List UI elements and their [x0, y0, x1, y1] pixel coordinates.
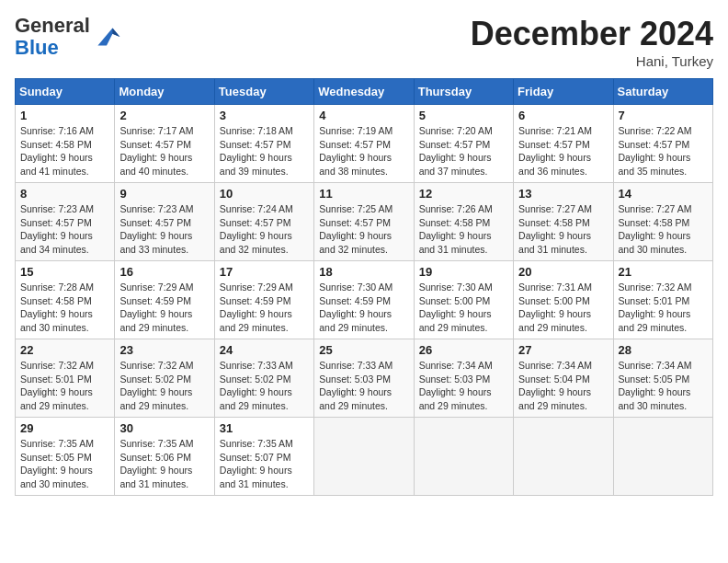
day-info: Sunrise: 7:28 AM Sunset: 4:58 PM Dayligh… — [20, 281, 109, 335]
header-tuesday: Tuesday — [214, 79, 313, 105]
day-number: 4 — [319, 109, 408, 122]
day-number: 19 — [419, 265, 508, 279]
day-info: Sunrise: 7:18 AM Sunset: 4:57 PM Dayligh… — [220, 124, 309, 178]
calendar-day-cell: 19 Sunrise: 7:30 AM Sunset: 5:00 PM Dayl… — [414, 261, 513, 339]
day-number: 9 — [119, 187, 209, 201]
day-info: Sunrise: 7:33 AM Sunset: 5:03 PM Dayligh… — [319, 359, 408, 413]
day-info: Sunrise: 7:33 AM Sunset: 5:02 PM Dayligh… — [220, 359, 309, 413]
day-number: 29 — [20, 421, 109, 435]
day-number: 25 — [319, 343, 408, 357]
calendar-day-cell: 20 Sunrise: 7:31 AM Sunset: 5:00 PM Dayl… — [514, 261, 613, 339]
calendar-day-cell — [314, 418, 414, 496]
calendar-header: Sunday Monday Tuesday Wednesday Thursday… — [16, 79, 713, 105]
calendar-day-cell: 4 Sunrise: 7:19 AM Sunset: 4:57 PM Dayli… — [314, 105, 414, 183]
calendar-day-cell: 11 Sunrise: 7:25 AM Sunset: 4:57 PM Dayl… — [314, 183, 414, 261]
day-number: 3 — [220, 109, 309, 122]
svg-marker-0 — [97, 29, 119, 46]
calendar-day-cell: 14 Sunrise: 7:27 AM Sunset: 4:58 PM Dayl… — [613, 183, 712, 261]
calendar-day-cell: 23 Sunrise: 7:32 AM Sunset: 5:02 PM Dayl… — [115, 339, 214, 418]
calendar-table: Sunday Monday Tuesday Wednesday Thursday… — [15, 78, 713, 496]
day-number: 8 — [20, 187, 109, 201]
header: General Blue December 2024 Hani, Turkey — [15, 15, 713, 69]
page-container: General Blue December 2024 Hani, Turkey … — [15, 15, 713, 496]
calendar-day-cell: 28 Sunrise: 7:34 AM Sunset: 5:05 PM Dayl… — [613, 339, 712, 418]
calendar-week-row: 22 Sunrise: 7:32 AM Sunset: 5:01 PM Dayl… — [16, 339, 713, 418]
day-number: 18 — [319, 265, 408, 279]
calendar-day-cell: 1 Sunrise: 7:16 AM Sunset: 4:58 PM Dayli… — [16, 105, 115, 183]
day-number: 5 — [419, 109, 508, 122]
day-number: 24 — [220, 343, 309, 357]
calendar-body: 1 Sunrise: 7:16 AM Sunset: 4:58 PM Dayli… — [16, 105, 713, 496]
calendar-day-cell: 18 Sunrise: 7:30 AM Sunset: 4:59 PM Dayl… — [314, 261, 414, 339]
logo-text-block: General Blue — [15, 15, 90, 59]
weekday-header-row: Sunday Monday Tuesday Wednesday Thursday… — [16, 79, 713, 105]
calendar-day-cell: 5 Sunrise: 7:20 AM Sunset: 4:57 PM Dayli… — [414, 105, 513, 183]
calendar-day-cell: 17 Sunrise: 7:29 AM Sunset: 4:59 PM Dayl… — [214, 261, 313, 339]
day-info: Sunrise: 7:23 AM Sunset: 4:57 PM Dayligh… — [119, 202, 209, 257]
logo-icon — [92, 22, 121, 52]
day-number: 1 — [20, 109, 109, 122]
logo-blue: Blue — [15, 36, 59, 59]
title-block: December 2024 Hani, Turkey — [471, 15, 713, 69]
day-info: Sunrise: 7:25 AM Sunset: 4:57 PM Dayligh… — [319, 202, 408, 257]
header-wednesday: Wednesday — [314, 79, 414, 105]
location: Hani, Turkey — [471, 53, 713, 69]
calendar-day-cell: 2 Sunrise: 7:17 AM Sunset: 4:57 PM Dayli… — [115, 105, 214, 183]
day-number: 10 — [220, 187, 309, 201]
calendar-day-cell: 9 Sunrise: 7:23 AM Sunset: 4:57 PM Dayli… — [115, 183, 214, 261]
header-saturday: Saturday — [613, 79, 712, 105]
day-info: Sunrise: 7:30 AM Sunset: 5:00 PM Dayligh… — [419, 281, 508, 335]
calendar-day-cell — [514, 418, 613, 496]
day-info: Sunrise: 7:34 AM Sunset: 5:03 PM Dayligh… — [419, 359, 508, 413]
day-number: 11 — [319, 187, 408, 201]
calendar-day-cell — [414, 418, 513, 496]
day-info: Sunrise: 7:17 AM Sunset: 4:57 PM Dayligh… — [119, 124, 209, 178]
day-number: 26 — [419, 343, 508, 357]
day-number: 14 — [619, 187, 708, 201]
calendar-day-cell: 30 Sunrise: 7:35 AM Sunset: 5:06 PM Dayl… — [115, 418, 214, 496]
calendar-day-cell: 8 Sunrise: 7:23 AM Sunset: 4:57 PM Dayli… — [16, 183, 115, 261]
day-number: 12 — [419, 187, 508, 201]
calendar-day-cell: 24 Sunrise: 7:33 AM Sunset: 5:02 PM Dayl… — [214, 339, 313, 418]
day-number: 27 — [518, 343, 608, 357]
day-number: 6 — [518, 109, 608, 122]
calendar-day-cell: 26 Sunrise: 7:34 AM Sunset: 5:03 PM Dayl… — [414, 339, 513, 418]
day-info: Sunrise: 7:35 AM Sunset: 5:05 PM Dayligh… — [20, 437, 109, 491]
calendar-day-cell: 22 Sunrise: 7:32 AM Sunset: 5:01 PM Dayl… — [16, 339, 115, 418]
calendar-day-cell: 27 Sunrise: 7:34 AM Sunset: 5:04 PM Dayl… — [514, 339, 613, 418]
day-number: 13 — [518, 187, 608, 201]
calendar-day-cell: 29 Sunrise: 7:35 AM Sunset: 5:05 PM Dayl… — [16, 418, 115, 496]
day-number: 17 — [220, 265, 309, 279]
header-thursday: Thursday — [414, 79, 513, 105]
calendar-week-row: 15 Sunrise: 7:28 AM Sunset: 4:58 PM Dayl… — [16, 261, 713, 339]
calendar-day-cell: 31 Sunrise: 7:35 AM Sunset: 5:07 PM Dayl… — [214, 418, 313, 496]
day-info: Sunrise: 7:19 AM Sunset: 4:57 PM Dayligh… — [319, 124, 408, 178]
day-info: Sunrise: 7:32 AM Sunset: 5:01 PM Dayligh… — [20, 359, 109, 413]
calendar-day-cell: 25 Sunrise: 7:33 AM Sunset: 5:03 PM Dayl… — [314, 339, 414, 418]
day-info: Sunrise: 7:31 AM Sunset: 5:00 PM Dayligh… — [518, 281, 608, 335]
day-info: Sunrise: 7:32 AM Sunset: 5:01 PM Dayligh… — [619, 281, 708, 335]
day-number: 21 — [619, 265, 708, 279]
calendar-week-row: 8 Sunrise: 7:23 AM Sunset: 4:57 PM Dayli… — [16, 183, 713, 261]
header-monday: Monday — [115, 79, 214, 105]
day-info: Sunrise: 7:34 AM Sunset: 5:04 PM Dayligh… — [518, 359, 608, 413]
day-info: Sunrise: 7:27 AM Sunset: 4:58 PM Dayligh… — [518, 202, 608, 257]
day-info: Sunrise: 7:23 AM Sunset: 4:57 PM Dayligh… — [20, 202, 109, 257]
day-info: Sunrise: 7:21 AM Sunset: 4:57 PM Dayligh… — [518, 124, 608, 178]
day-info: Sunrise: 7:34 AM Sunset: 5:05 PM Dayligh… — [619, 359, 708, 413]
day-info: Sunrise: 7:27 AM Sunset: 4:58 PM Dayligh… — [619, 202, 708, 257]
month-title: December 2024 — [471, 15, 713, 53]
day-number: 20 — [518, 265, 608, 279]
day-number: 7 — [619, 109, 708, 122]
day-number: 22 — [20, 343, 109, 357]
day-info: Sunrise: 7:29 AM Sunset: 4:59 PM Dayligh… — [220, 281, 309, 335]
header-sunday: Sunday — [16, 79, 115, 105]
day-number: 31 — [220, 421, 309, 435]
day-info: Sunrise: 7:29 AM Sunset: 4:59 PM Dayligh… — [119, 281, 209, 335]
calendar-day-cell: 21 Sunrise: 7:32 AM Sunset: 5:01 PM Dayl… — [613, 261, 712, 339]
day-number: 15 — [20, 265, 109, 279]
day-number: 16 — [119, 265, 209, 279]
day-number: 23 — [119, 343, 209, 357]
calendar-day-cell: 10 Sunrise: 7:24 AM Sunset: 4:57 PM Dayl… — [214, 183, 313, 261]
day-info: Sunrise: 7:24 AM Sunset: 4:57 PM Dayligh… — [220, 202, 309, 257]
